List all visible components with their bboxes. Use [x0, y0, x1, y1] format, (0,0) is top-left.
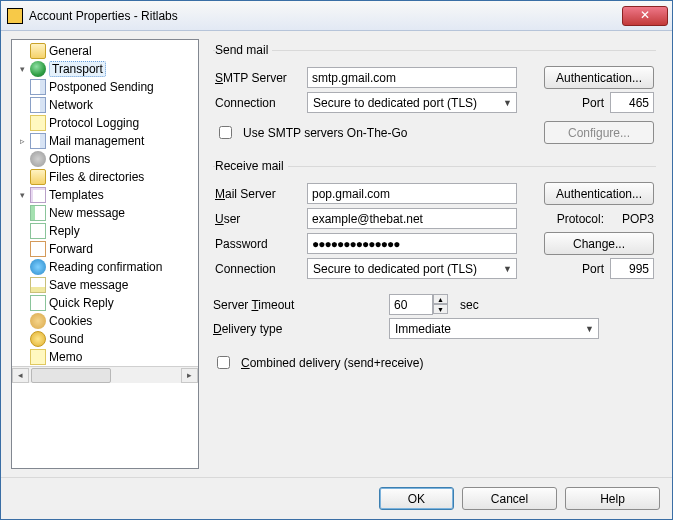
globe-icon: [30, 61, 46, 77]
tree-item-postponed-sending[interactable]: Postponed Sending: [12, 78, 198, 96]
sec-label: sec: [460, 298, 479, 312]
recv-connection-combo[interactable]: Secure to dedicated port (TLS) ▼: [307, 258, 517, 279]
tree-item-label: Forward: [49, 242, 93, 256]
protocol-value: POP3: [610, 212, 654, 226]
tree-hscrollbar[interactable]: ◂ ▸: [12, 366, 198, 383]
scroll-track[interactable]: [29, 368, 181, 383]
recv-auth-button[interactable]: Authentication...: [544, 182, 654, 205]
tree-item-label: Reading confirmation: [49, 260, 162, 274]
timeout-down-button[interactable]: ▼: [433, 304, 448, 314]
dialog-footer: OK Cancel Help: [1, 477, 672, 519]
password-label: Password: [215, 237, 301, 251]
receive-mail-legend: Receive mail: [215, 159, 288, 173]
page-icon: [30, 97, 46, 113]
recv-connection-label: Connection: [215, 262, 301, 276]
tree-twisty-icon[interactable]: ▾: [16, 190, 28, 200]
timeout-spin[interactable]: ▲ ▼: [389, 294, 448, 315]
send-mail-group: Send mail SMTP Server Authentication... …: [213, 43, 656, 149]
send-connection-combo[interactable]: Secure to dedicated port (TLS) ▼: [307, 92, 517, 113]
smtp-server-label: SMTP Server: [215, 71, 301, 85]
tree-item-reply[interactable]: Reply: [12, 222, 198, 240]
tree-item-quick-reply[interactable]: Quick Reply: [12, 294, 198, 312]
tree-item-label: Postponed Sending: [49, 80, 154, 94]
tree-twisty-icon[interactable]: ▾: [16, 64, 28, 74]
tree-item-sound[interactable]: Sound: [12, 330, 198, 348]
tree-item-reading-confirmation[interactable]: Reading confirmation: [12, 258, 198, 276]
fwd-icon: [30, 241, 46, 257]
ok-button[interactable]: OK: [379, 487, 454, 510]
tree-item-label: Network: [49, 98, 93, 112]
reply-icon: [30, 223, 46, 239]
tree-item-label: Quick Reply: [49, 296, 114, 310]
tree-item-transport[interactable]: ▾Transport: [12, 60, 198, 78]
tree-item-label: Cookies: [49, 314, 92, 328]
sound-icon: [30, 331, 46, 347]
folder-icon: [30, 169, 46, 185]
delivery-type-label: Delivery type: [213, 322, 383, 336]
tree-item-label: Save message: [49, 278, 128, 292]
page-icon: [30, 79, 46, 95]
change-password-button[interactable]: Change...: [544, 232, 654, 255]
smtp-configure-button: Configure...: [544, 121, 654, 144]
tree-item-templates[interactable]: ▾Templates: [12, 186, 198, 204]
nav-tree[interactable]: General▾TransportPostponed SendingNetwor…: [11, 39, 199, 469]
combined-delivery-checkbox[interactable]: [217, 356, 230, 369]
scroll-left-button[interactable]: ◂: [12, 368, 29, 383]
send-port-input[interactable]: [610, 92, 654, 113]
send-auth-button[interactable]: Authentication...: [544, 66, 654, 89]
tree-item-forward[interactable]: Forward: [12, 240, 198, 258]
close-button[interactable]: ✕: [622, 6, 668, 26]
tree-item-label: Memo: [49, 350, 82, 364]
tree-item-mail-management[interactable]: ▹Mail management: [12, 132, 198, 150]
smtp-onthego-checkbox[interactable]: [219, 126, 232, 139]
send-mail-legend: Send mail: [215, 43, 272, 57]
timeout-input[interactable]: [389, 294, 433, 315]
tree-item-protocol-logging[interactable]: Protocol Logging: [12, 114, 198, 132]
tree-item-save-message[interactable]: Save message: [12, 276, 198, 294]
app-icon: [7, 8, 23, 24]
smtp-server-input[interactable]: [307, 67, 517, 88]
memo-icon: [30, 115, 46, 131]
tree-item-label: Templates: [49, 188, 104, 202]
delivery-type-combo[interactable]: Immediate ▼: [389, 318, 599, 339]
tree-item-label: Transport: [49, 61, 106, 77]
tree-item-general[interactable]: General: [12, 42, 198, 60]
cancel-button[interactable]: Cancel: [462, 487, 557, 510]
chevron-down-icon: ▼: [499, 93, 516, 112]
recv-port-input[interactable]: [610, 258, 654, 279]
save-icon: [30, 277, 46, 293]
user-input[interactable]: [307, 208, 517, 229]
tree-item-new-message[interactable]: New message: [12, 204, 198, 222]
server-timeout-label: Server Timeout: [213, 298, 383, 312]
account-properties-dialog: Account Properties - Ritlabs ✕ General▾T…: [0, 0, 673, 520]
scroll-thumb[interactable]: [31, 368, 111, 383]
form-panel: Send mail SMTP Server Authentication... …: [207, 39, 662, 469]
window-title: Account Properties - Ritlabs: [29, 9, 622, 23]
scroll-right-button[interactable]: ▸: [181, 368, 198, 383]
page-icon: [30, 133, 46, 149]
chevron-down-icon: ▼: [499, 259, 516, 278]
gear-icon: [30, 151, 46, 167]
protocol-label: Protocol:: [557, 212, 604, 226]
combined-delivery-label: Combined delivery (send+receive): [241, 356, 423, 370]
smtp-onthego-label: Use SMTP servers On-The-Go: [243, 126, 407, 140]
help-button[interactable]: Help: [565, 487, 660, 510]
tpl-icon: [30, 187, 46, 203]
tree-item-label: General: [49, 44, 92, 58]
send-port-label: Port: [582, 96, 604, 110]
qr-icon: [30, 295, 46, 311]
tree-twisty-icon[interactable]: ▹: [16, 136, 28, 146]
recv-port-label: Port: [582, 262, 604, 276]
memo-icon: [30, 349, 46, 365]
tree-item-options[interactable]: Options: [12, 150, 198, 168]
tree-item-label: Options: [49, 152, 90, 166]
tree-item-label: Protocol Logging: [49, 116, 139, 130]
tree-item-network[interactable]: Network: [12, 96, 198, 114]
chevron-down-icon: ▼: [581, 319, 598, 338]
tree-item-cookies[interactable]: Cookies: [12, 312, 198, 330]
tree-item-files-directories[interactable]: Files & directories: [12, 168, 198, 186]
password-input[interactable]: [307, 233, 517, 254]
mail-server-input[interactable]: [307, 183, 517, 204]
tree-item-memo[interactable]: Memo: [12, 348, 198, 366]
timeout-up-button[interactable]: ▲: [433, 294, 448, 304]
